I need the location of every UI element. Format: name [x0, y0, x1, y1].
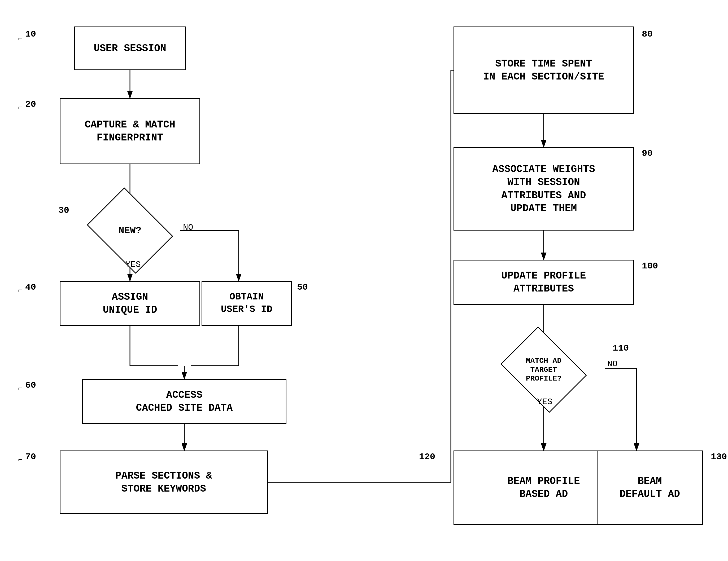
- beam-default-box: BEAMDEFAULT AD: [597, 450, 703, 525]
- flowchart-diagram: USER SESSION 10 ⌐ CAPTURE & MATCHFINGERP…: [0, 0, 728, 561]
- yes-label-110: YES: [537, 397, 552, 407]
- new-diamond-wrapper: NEW?: [95, 204, 164, 257]
- label-70: 70: [25, 452, 36, 462]
- no-label: NO: [183, 223, 193, 233]
- arrow-label-10: ⌐: [18, 34, 23, 43]
- update-profile-box: UPDATE PROFILEATTRIBUTES: [454, 260, 634, 305]
- arrow-label-70: ⌐: [18, 456, 23, 464]
- store-time-label: STORE TIME SPENTIN EACH SECTION/SITE: [483, 57, 604, 84]
- label-60: 60: [25, 380, 36, 390]
- match-ad-diamond-label: MATCH AD TARGETPROFILE?: [522, 356, 565, 383]
- user-session-label: USER SESSION: [94, 42, 166, 55]
- assign-id-label: ASSIGNUNIQUE ID: [103, 290, 157, 317]
- no-label-110: NO: [607, 359, 617, 369]
- associate-weights-label: ASSOCIATE WEIGHTSWITH SESSIONATTRIBUTES …: [492, 163, 595, 215]
- obtain-id-box: OBTAINUSER'S ID: [202, 281, 292, 326]
- update-profile-label: UPDATE PROFILEATTRIBUTES: [501, 269, 586, 295]
- capture-fingerprint-label: CAPTURE & MATCHFINGERPRINT: [85, 118, 175, 145]
- label-120: 120: [419, 452, 435, 462]
- label-80: 80: [642, 29, 653, 39]
- new-diamond-label: NEW?: [119, 225, 141, 236]
- label-50: 50: [297, 282, 308, 292]
- match-ad-diamond-wrapper: MATCH AD TARGETPROFILE?: [509, 343, 578, 396]
- label-30: 30: [58, 205, 69, 216]
- access-cache-box: ACCESSCACHED SITE DATA: [82, 379, 286, 424]
- arrow-label-20: ⌐: [18, 103, 23, 112]
- yes-label: YES: [125, 260, 141, 270]
- label-90: 90: [642, 148, 653, 159]
- label-100: 100: [642, 261, 658, 271]
- store-time-box: STORE TIME SPENTIN EACH SECTION/SITE: [454, 27, 634, 114]
- assign-id-box: ASSIGNUNIQUE ID: [60, 281, 200, 326]
- associate-weights-box: ASSOCIATE WEIGHTSWITH SESSIONATTRIBUTES …: [454, 147, 634, 231]
- user-session-box: USER SESSION: [74, 27, 186, 70]
- label-20: 20: [25, 99, 36, 110]
- parse-sections-box: PARSE SECTIONS &STORE KEYWORDS: [60, 450, 268, 514]
- label-10: 10: [25, 29, 36, 39]
- obtain-id-label: OBTAINUSER'S ID: [221, 291, 272, 316]
- arrow-label-60: ⌐: [18, 384, 23, 392]
- beam-default-label: BEAMDEFAULT AD: [620, 475, 680, 501]
- arrow-label-40: ⌐: [18, 286, 23, 294]
- capture-fingerprint-box: CAPTURE & MATCHFINGERPRINT: [60, 98, 200, 164]
- label-40: 40: [25, 282, 36, 292]
- label-110: 110: [613, 343, 629, 353]
- label-130: 130: [711, 452, 727, 462]
- access-cache-label: ACCESSCACHED SITE DATA: [136, 388, 233, 415]
- parse-sections-label: PARSE SECTIONS &STORE KEYWORDS: [115, 469, 212, 496]
- beam-profile-label: BEAM PROFILEBASED AD: [507, 475, 580, 501]
